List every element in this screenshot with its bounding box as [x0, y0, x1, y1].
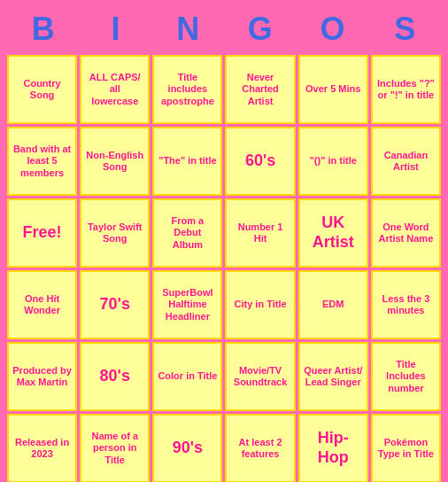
cell-s2[interactable]: Canadian Artist [371, 127, 441, 196]
cell-n5[interactable]: Color in Title [152, 342, 222, 411]
cell-n2[interactable]: "The" in title [152, 127, 222, 196]
letter-o: O [297, 7, 369, 51]
cell-n3[interactable]: From a Debut Album [152, 198, 222, 268]
cell-i3[interactable]: Taylor Swift Song [80, 198, 150, 268]
cell-o4[interactable]: EDM [298, 270, 368, 339]
cell-i2[interactable]: Non-English Song [80, 127, 150, 196]
cell-o6[interactable]: Hip-Hop [298, 414, 368, 482]
bingo-grid: Country SongALL CAPS/ all lowercaseTitle… [7, 55, 441, 482]
cell-g6[interactable]: At least 2 features [225, 414, 295, 482]
letter-i: I [80, 7, 152, 51]
cell-b3[interactable]: Free! [7, 198, 77, 268]
cell-b6[interactable]: Released in 2023 [7, 414, 77, 482]
cell-s3[interactable]: One Word Artist Name [371, 198, 441, 268]
cell-o3[interactable]: UK Artist [298, 198, 368, 268]
letter-s: S [368, 7, 441, 51]
cell-n6[interactable]: 90's [152, 414, 222, 482]
letter-b: B [7, 7, 80, 51]
cell-g3[interactable]: Number 1 Hit [225, 198, 295, 268]
cell-g4[interactable]: City in Title [225, 270, 295, 339]
cell-b1[interactable]: Country Song [7, 55, 77, 124]
cell-n4[interactable]: SuperBowl Halftime Headliner [152, 270, 222, 339]
cell-g1[interactable]: Never Charted Artist [225, 55, 295, 124]
cell-o5[interactable]: Queer Artist/ Lead Singer [298, 342, 368, 411]
cell-g2[interactable]: 60's [225, 127, 295, 196]
cell-o1[interactable]: Over 5 Mins [298, 55, 368, 124]
cell-s1[interactable]: Includes "?" or "!" in title [371, 55, 441, 124]
cell-b2[interactable]: Band with at least 5 members [7, 127, 77, 196]
cell-s4[interactable]: Less the 3 minutes [371, 270, 441, 339]
bingo-header: B I N G O S [7, 7, 441, 51]
cell-i1[interactable]: ALL CAPS/ all lowercase [80, 55, 150, 124]
cell-i5[interactable]: 80's [80, 342, 150, 411]
cell-i6[interactable]: Name of a person in Title [80, 414, 150, 482]
cell-b4[interactable]: One Hit Wonder [7, 270, 77, 339]
letter-n: N [151, 7, 224, 51]
cell-b5[interactable]: Produced by Max Martin [7, 342, 77, 411]
bingo-card: B I N G O S Country SongALL CAPS/ all lo… [0, 0, 448, 482]
cell-o2[interactable]: "()" in title [298, 127, 368, 196]
cell-s5[interactable]: Title Includes number [371, 342, 441, 411]
cell-n1[interactable]: Title includes apostrophe [152, 55, 222, 124]
cell-s6[interactable]: Pokémon Type in Title [371, 414, 441, 482]
letter-g: G [224, 7, 297, 51]
cell-g5[interactable]: Movie/TV Soundtrack [225, 342, 295, 411]
cell-i4[interactable]: 70's [80, 270, 150, 339]
